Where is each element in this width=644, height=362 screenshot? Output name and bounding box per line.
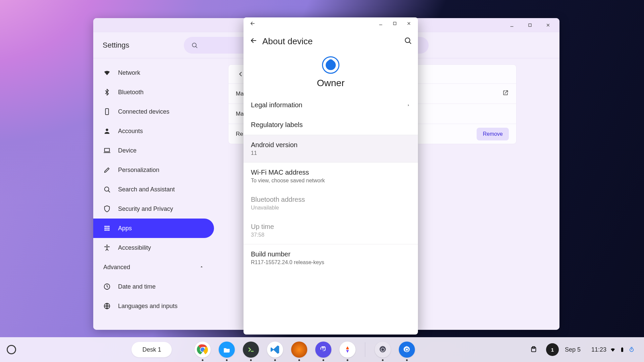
about-title: About device: [262, 36, 313, 47]
status-tray: 1 Sep 5 11:23: [527, 343, 639, 356]
phone-icon: [103, 108, 111, 115]
wifi-icon: [103, 69, 111, 76]
search-icon: [191, 42, 198, 49]
sidebar-advanced-toggle[interactable]: Advanced: [93, 257, 220, 277]
sidebar-item-label: Date and time: [118, 283, 156, 290]
sidebar-item-accounts[interactable]: Accounts: [93, 121, 214, 141]
settings-title: Settings: [103, 41, 129, 50]
running-indicator: [226, 359, 228, 361]
svg-point-33: [381, 348, 384, 351]
running-indicator: [323, 359, 324, 361]
tote-tray-button[interactable]: [527, 343, 540, 356]
about-header: About device: [244, 29, 418, 53]
about-row-label: Regulatory labels: [251, 121, 303, 129]
running-indicator: [347, 359, 348, 361]
about-titlebar: [244, 17, 418, 29]
sidebar-item-personalization[interactable]: Personalization: [93, 160, 214, 180]
running-indicator: [202, 359, 204, 361]
open-external-icon: [502, 89, 509, 98]
app-vscode[interactable]: [267, 342, 283, 358]
shelf: Desk 1: [0, 337, 644, 362]
minimize-button[interactable]: [505, 20, 519, 30]
svg-point-18: [105, 230, 106, 231]
about-row-bluetooth-address: Bluetooth address Unavailable: [244, 190, 418, 217]
battery-icon: [619, 347, 625, 353]
about-row-regulatory[interactable]: Regulatory labels: [244, 115, 418, 135]
about-row-label: Legal information: [251, 101, 302, 109]
status-area[interactable]: 11:23: [587, 344, 639, 355]
app-android-settings[interactable]: [375, 342, 391, 358]
globe-icon: [103, 302, 111, 310]
app-chromeos-settings[interactable]: [399, 342, 415, 358]
running-indicator: [382, 359, 384, 361]
svg-rect-6: [105, 109, 108, 115]
sidebar-item-label: Accounts: [118, 128, 143, 135]
sidebar-item-security[interactable]: Security and Privacy: [93, 199, 214, 219]
about-close-button[interactable]: [403, 19, 415, 28]
about-row-legal[interactable]: Legal information: [244, 95, 418, 115]
sidebar-item-accessibility[interactable]: Accessibility: [93, 238, 214, 257]
app-generic-orange[interactable]: [291, 342, 307, 358]
close-button[interactable]: [541, 20, 555, 30]
tray-date[interactable]: Sep 5: [565, 346, 581, 353]
running-indicator: [406, 359, 408, 361]
laptop-icon: [103, 147, 111, 154]
wifi-icon: [610, 347, 616, 353]
sidebar-item-network[interactable]: Network: [93, 63, 214, 82]
about-nav-back-button[interactable]: [247, 19, 258, 28]
sidebar-item-apps[interactable]: Apps: [93, 219, 214, 238]
svg-point-16: [106, 228, 108, 229]
about-maximize-button[interactable]: [389, 19, 400, 28]
remove-button[interactable]: Remove: [477, 128, 509, 140]
sidebar-item-label: Security and Privacy: [118, 205, 173, 213]
svg-line-5: [196, 46, 197, 48]
sidebar-item-label: Apps: [118, 225, 132, 232]
about-back-button[interactable]: [250, 37, 258, 46]
caret-up-icon: [199, 264, 204, 271]
sidebar-item-search[interactable]: Search and Assistant: [93, 180, 214, 199]
about-row-value: Unavailable: [251, 205, 411, 211]
about-row-value: 11: [251, 150, 411, 156]
accessibility-icon: [103, 244, 111, 251]
app-generic-s[interactable]: [339, 342, 356, 358]
about-row-build-number[interactable]: Build number R117-15572.24.0 release-key…: [244, 244, 418, 272]
about-row-label: Android version: [251, 141, 298, 149]
sidebar-item-label: Bluetooth: [118, 89, 144, 96]
sidebar-item-datetime[interactable]: Date and time: [93, 277, 214, 296]
svg-rect-25: [393, 22, 396, 25]
svg-line-11: [108, 191, 110, 192]
running-indicator: [250, 359, 252, 361]
app-mastodon[interactable]: [315, 342, 331, 358]
owner-block: Owner: [244, 53, 418, 95]
svg-point-7: [106, 129, 108, 131]
apps-grid-icon: [103, 225, 111, 232]
svg-point-12: [105, 226, 106, 227]
svg-point-13: [106, 226, 108, 227]
sidebar-item-device[interactable]: Device: [93, 141, 214, 160]
about-search-button[interactable]: [404, 37, 412, 46]
about-minimize-button[interactable]: [375, 19, 386, 28]
chevron-right-icon: [407, 101, 411, 109]
svg-point-19: [106, 230, 108, 231]
sidebar-item-label: Languages and inputs: [118, 303, 177, 310]
app-terminal[interactable]: [243, 342, 259, 358]
sidebar-item-label: Search and Assistant: [118, 186, 175, 193]
maximize-button[interactable]: [523, 20, 537, 30]
tray-time: 11:23: [591, 346, 606, 353]
svg-point-34: [406, 349, 408, 351]
sidebar-item-connected[interactable]: Connected devices: [93, 102, 214, 121]
desk-selector[interactable]: Desk 1: [131, 342, 172, 357]
shelf-divider: [365, 342, 365, 357]
svg-point-4: [192, 43, 196, 47]
about-row-android-version[interactable]: Android version 11: [244, 135, 418, 162]
app-files[interactable]: [219, 342, 235, 358]
launcher-button[interactable]: [7, 345, 16, 354]
clock-icon: [103, 283, 111, 290]
sidebar-item-bluetooth[interactable]: Bluetooth: [93, 82, 214, 102]
app-chrome[interactable]: [195, 342, 211, 358]
svg-point-10: [105, 187, 109, 191]
sidebar-item-languages[interactable]: Languages and inputs: [93, 296, 214, 316]
notification-count[interactable]: 1: [546, 343, 559, 356]
svg-point-14: [108, 226, 110, 227]
svg-line-29: [410, 42, 411, 44]
